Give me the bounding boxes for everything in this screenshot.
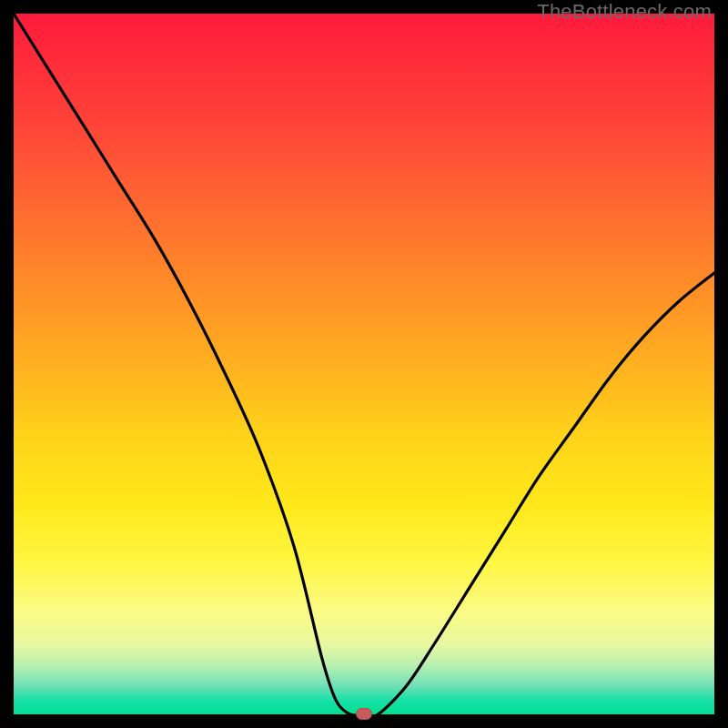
optimum-marker	[356, 708, 372, 720]
watermark-text: TheBottleneck.com	[537, 0, 712, 24]
bottleneck-curve	[14, 14, 714, 714]
plot-area	[14, 14, 714, 714]
chart-frame: TheBottleneck.com	[0, 0, 728, 728]
